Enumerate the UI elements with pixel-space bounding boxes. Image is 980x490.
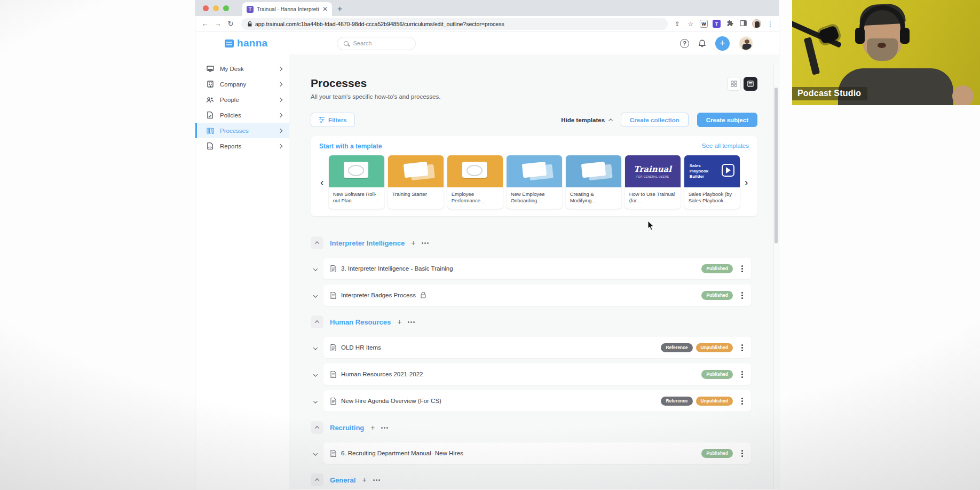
template-card[interactable]: Training Starter — [388, 155, 444, 209]
zoom-window-button[interactable] — [223, 5, 229, 11]
share-icon[interactable]: ⇪ — [673, 20, 682, 28]
create-plus-button[interactable]: + — [715, 36, 730, 51]
section-add-button[interactable]: + — [370, 423, 375, 432]
subject-title: New Hire Agenda Overview (For CS) — [341, 398, 441, 404]
sidebar-item-reports[interactable]: Reports — [195, 138, 289, 154]
subject-card[interactable]: Human Resources 2021-2022 Published — [323, 363, 751, 385]
section-menu-button[interactable] — [381, 427, 388, 429]
document-icon — [330, 265, 336, 272]
row-expand-button[interactable] — [313, 291, 317, 299]
minimize-window-button[interactable] — [213, 5, 219, 11]
carousel-right-icon[interactable]: › — [744, 177, 749, 187]
row-menu-button[interactable] — [740, 265, 744, 272]
filters-button[interactable]: Filters — [311, 113, 355, 127]
presenter-mouth — [878, 43, 886, 48]
row-expand-button[interactable] — [313, 265, 317, 273]
create-subject-button[interactable]: Create subject — [697, 113, 757, 127]
webcam-label: Podcast Studio — [792, 87, 867, 100]
template-name: Employee Performance… — [447, 187, 503, 209]
forward-icon[interactable]: → — [212, 20, 223, 28]
notifications-bell-icon[interactable] — [698, 39, 706, 48]
screen: T Trainual - Hanna Interpreting S ✕ + ← … — [0, 0, 980, 490]
row-expand-button[interactable] — [313, 344, 317, 352]
window-controls[interactable] — [203, 5, 229, 11]
section-collapse-button[interactable] — [311, 236, 323, 249]
browser-tabstrip: T Trainual - Hanna Interpreting S ✕ + — [195, 0, 779, 16]
bookmark-star-icon[interactable]: ☆ — [686, 20, 695, 28]
section-menu-button[interactable] — [422, 242, 429, 244]
section-add-button[interactable]: + — [362, 476, 366, 484]
template-card[interactable]: SalesPlaybookBuilder Sales Playbook (by … — [684, 155, 740, 209]
extensions-puzzle-icon[interactable] — [725, 20, 734, 28]
side-panel-icon[interactable] — [739, 20, 747, 28]
document-icon — [330, 398, 336, 405]
row-menu-button[interactable] — [740, 371, 744, 378]
subject-card[interactable]: OLD HR Items ReferenceUnpublished — [323, 337, 751, 358]
url-bar[interactable]: app.trainual.com/c1ba44bb-fdad-4670-98dd… — [241, 18, 668, 30]
create-collection-button[interactable]: Create collection — [621, 113, 689, 127]
sidebar-item-processes[interactable]: Processes — [195, 123, 289, 138]
row-menu-button[interactable] — [740, 292, 744, 299]
hanna-logo[interactable]: hanna — [225, 37, 267, 49]
sidebar: My Desk Company People Policies Processe… — [195, 54, 289, 489]
back-icon[interactable]: ← — [200, 20, 210, 28]
page-scrollbar[interactable] — [773, 65, 778, 489]
presenter-beard — [867, 38, 898, 61]
document-icon — [330, 344, 336, 351]
template-card[interactable]: TrainualFOR GENERAL USERS How to Use Tra… — [625, 155, 681, 209]
browser-tab[interactable]: T Trainual - Hanna Interpreting S ✕ — [242, 2, 332, 16]
subject-card[interactable]: 6. Recruiting Department Manual- New Hir… — [323, 442, 751, 464]
new-tab-button[interactable]: + — [337, 4, 342, 14]
sidebar-item-policies[interactable]: Policies — [195, 107, 289, 123]
template-card[interactable]: New Software Roll-out Plan — [329, 155, 384, 209]
tab-close-icon[interactable]: ✕ — [322, 5, 328, 13]
scrollbar-thumb[interactable] — [774, 88, 778, 243]
see-all-templates-link[interactable]: See all templates — [702, 143, 749, 150]
section-collapse-button[interactable] — [311, 315, 323, 328]
user-avatar[interactable] — [739, 36, 753, 51]
browser-profile-avatar[interactable] — [752, 19, 761, 28]
section-title[interactable]: Human Resources — [330, 318, 391, 326]
subject-card[interactable]: Interpreter Badges Process Published — [323, 284, 751, 306]
section-title[interactable]: Interpreter Intelligence — [330, 239, 405, 247]
browser-window: T Trainual - Hanna Interpreting S ✕ + ← … — [195, 0, 779, 490]
w-extension-icon[interactable]: W — [700, 20, 708, 28]
section-title[interactable]: Recruiting — [330, 424, 364, 432]
trainual-app: hanna ? + My Desk — [195, 32, 779, 489]
trainual-extension-icon[interactable]: T — [713, 20, 721, 28]
template-card[interactable]: Creating & Modifying… — [566, 155, 621, 209]
row-menu-button[interactable] — [740, 450, 744, 457]
section-add-button[interactable]: + — [411, 239, 415, 247]
list-view-button[interactable] — [744, 77, 757, 91]
section-menu-button[interactable] — [373, 479, 380, 481]
template-card[interactable]: Employee Performance… — [447, 155, 503, 209]
subject-card[interactable]: 3. Interpreter Intelligence - Basic Trai… — [323, 258, 751, 279]
row-menu-button[interactable] — [740, 398, 744, 405]
sidebar-item-my-desk[interactable]: My Desk — [195, 61, 289, 76]
sidebar-item-company[interactable]: Company — [195, 76, 289, 92]
row-menu-button[interactable] — [740, 344, 744, 351]
row-expand-button[interactable] — [313, 449, 317, 457]
search-input[interactable] — [353, 40, 409, 46]
section-collapse-button[interactable] — [311, 421, 323, 434]
carousel-left-icon[interactable]: ‹ — [319, 177, 325, 187]
row-expand-button[interactable] — [313, 397, 317, 405]
section-collapse-button[interactable] — [311, 473, 323, 486]
search-bar[interactable] — [337, 37, 416, 50]
section-add-button[interactable]: + — [397, 318, 401, 326]
help-icon[interactable]: ? — [680, 39, 689, 48]
subject-row: New Hire Agenda Overview (For CS) Refere… — [313, 390, 751, 412]
browser-menu-kebab-icon[interactable]: ⋮ — [766, 20, 774, 28]
chevron-right-icon — [278, 82, 282, 86]
template-card[interactable]: New Employee Onboarding… — [507, 155, 562, 209]
section-title[interactable]: General — [330, 476, 355, 484]
row-expand-button[interactable] — [313, 370, 317, 378]
subject-card[interactable]: New Hire Agenda Overview (For CS) Refere… — [323, 390, 751, 412]
reload-icon[interactable]: ↻ — [225, 20, 236, 28]
close-window-button[interactable] — [203, 5, 209, 11]
grid-view-button[interactable] — [727, 77, 741, 91]
hide-templates-toggle[interactable]: Hide templates — [561, 117, 612, 123]
section-menu-button[interactable] — [408, 321, 415, 323]
sidebar-item-people[interactable]: People — [195, 92, 289, 107]
template-cards: New Software Roll-out Plan Training Star… — [329, 155, 740, 209]
